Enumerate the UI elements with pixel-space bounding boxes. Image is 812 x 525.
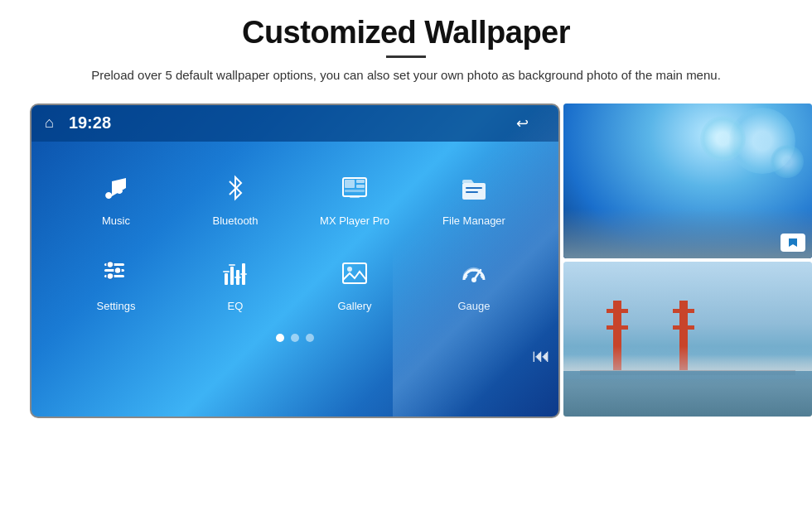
car-screen: ⌂ 19:28 ↩ Music bbox=[30, 104, 560, 418]
screen-header: ⌂ 19:28 ↩ bbox=[31, 105, 558, 142]
gallery-label: Gallery bbox=[337, 300, 371, 312]
app-grid-row1: Music Bluetooth bbox=[31, 142, 558, 243]
ice-bubble-3 bbox=[771, 145, 804, 178]
title-divider bbox=[386, 55, 426, 58]
photo-bottom-bridge bbox=[563, 262, 812, 417]
dot-2[interactable] bbox=[291, 334, 299, 342]
mxplayer-icon bbox=[338, 171, 371, 205]
svg-rect-22 bbox=[240, 273, 247, 275]
svg-point-24 bbox=[347, 267, 352, 272]
svg-rect-15 bbox=[225, 273, 228, 285]
gallery-icon bbox=[338, 257, 371, 290]
music-icon bbox=[99, 171, 133, 205]
filemanager-icon-wrap bbox=[452, 166, 495, 210]
svg-rect-23 bbox=[343, 263, 366, 283]
app-item-settings[interactable]: Settings bbox=[56, 243, 176, 320]
svg-rect-21 bbox=[234, 277, 241, 278]
mxplayer-icon-wrap bbox=[333, 166, 376, 210]
gauge-label: Gauge bbox=[457, 300, 490, 312]
skip-back-control[interactable]: ⏮ bbox=[532, 345, 550, 367]
bluetooth-label: Bluetooth bbox=[213, 214, 259, 227]
photo-top-ice-cave bbox=[563, 104, 812, 258]
app-item-mxplayer[interactable]: MX Player Pro bbox=[295, 158, 414, 235]
app-item-gallery[interactable]: Gallery bbox=[295, 243, 414, 320]
dot-3[interactable] bbox=[306, 334, 314, 342]
eq-icon bbox=[219, 257, 252, 290]
eq-label: EQ bbox=[228, 300, 244, 312]
content-area: ⌂ 19:28 ↩ Music bbox=[0, 104, 812, 460]
page-title: Customized Wallpaper bbox=[50, 15, 762, 51]
filemanager-label: File Manager bbox=[442, 214, 505, 227]
mxplayer-label: MX Player Pro bbox=[320, 214, 389, 227]
settings-label: Settings bbox=[97, 300, 136, 312]
photos-panel bbox=[563, 104, 812, 418]
ice-bubble-2 bbox=[700, 116, 746, 161]
home-icon[interactable]: ⌂ bbox=[45, 114, 54, 132]
svg-point-26 bbox=[471, 277, 476, 282]
dot-1[interactable] bbox=[276, 334, 284, 342]
filemanager-icon bbox=[457, 171, 491, 205]
gauge-icon-wrap bbox=[452, 252, 495, 295]
music-label: Music bbox=[102, 214, 130, 227]
back-icon[interactable]: ↩ bbox=[516, 114, 529, 132]
settings-icon-wrap bbox=[94, 252, 138, 295]
subtitle-text: Preload over 5 default wallpaper options… bbox=[66, 66, 746, 85]
screen-time: 19:28 bbox=[69, 113, 111, 132]
settings-icon bbox=[99, 257, 133, 290]
app-item-gauge[interactable]: Gauge bbox=[414, 243, 534, 320]
pagination-dots bbox=[31, 334, 558, 342]
svg-rect-7 bbox=[466, 187, 482, 189]
photo-bookmark-icon[interactable] bbox=[781, 234, 805, 252]
bluetooth-icon-wrap bbox=[214, 166, 257, 210]
app-item-bluetooth[interactable]: Bluetooth bbox=[176, 158, 295, 235]
ice-rocks bbox=[563, 209, 812, 258]
svg-rect-5 bbox=[350, 196, 360, 198]
page-wrapper: Customized Wallpaper Preload over 5 defa… bbox=[0, 0, 812, 525]
app-item-eq[interactable]: EQ bbox=[176, 243, 295, 320]
svg-rect-19 bbox=[223, 271, 230, 272]
app-grid-row2: Settings bbox=[31, 243, 558, 329]
svg-rect-2 bbox=[356, 180, 365, 183]
app-item-filemanager[interactable]: File Manager bbox=[414, 158, 534, 235]
svg-point-13 bbox=[114, 267, 121, 273]
music-icon-wrap bbox=[94, 166, 138, 210]
eq-icon-wrap bbox=[214, 252, 257, 295]
svg-rect-16 bbox=[230, 267, 234, 285]
header-section: Customized Wallpaper Preload over 5 defa… bbox=[0, 0, 812, 94]
gauge-icon bbox=[457, 257, 491, 290]
app-item-music[interactable]: Music bbox=[56, 158, 176, 235]
svg-rect-1 bbox=[345, 180, 355, 188]
svg-rect-3 bbox=[356, 185, 365, 188]
svg-point-14 bbox=[107, 272, 114, 279]
svg-rect-4 bbox=[345, 190, 365, 192]
svg-point-12 bbox=[107, 261, 114, 267]
bluetooth-icon bbox=[219, 171, 252, 205]
svg-rect-20 bbox=[229, 264, 235, 266]
svg-rect-8 bbox=[466, 191, 478, 193]
bridge-water bbox=[563, 371, 812, 417]
gallery-icon-wrap bbox=[333, 252, 376, 295]
